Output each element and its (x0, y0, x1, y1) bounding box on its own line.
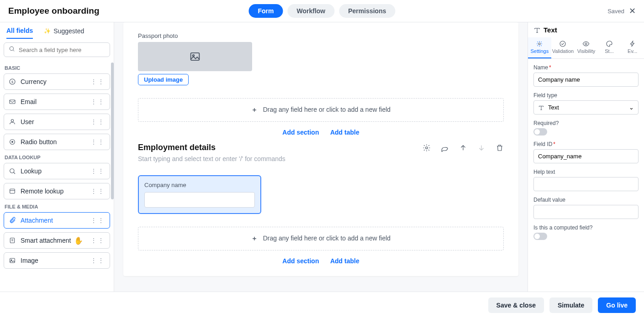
svg-line-9 (14, 172, 15, 174)
plus-icon: ＋ (251, 106, 258, 113)
image-icon (189, 50, 201, 63)
field-email[interactable]: Email ⋮⋮ (4, 94, 110, 110)
add-section-link[interactable]: Add section (282, 129, 319, 136)
gear-icon (536, 40, 543, 47)
drag-handle-icon[interactable]: ⋮⋮ (90, 100, 105, 104)
page-title: Employee onboarding (8, 6, 100, 16)
fieldtype-select[interactable]: Text ⌄ (533, 100, 639, 115)
field-attachment[interactable]: Attachment ⋮⋮ (4, 212, 110, 229)
top-bar: Employee onboarding Form Workflow Permis… (0, 0, 644, 22)
default-label: Default value (533, 197, 639, 203)
search-field[interactable] (19, 47, 105, 53)
helptext-input[interactable] (533, 177, 639, 191)
section-title[interactable]: Employment details (138, 143, 216, 152)
group-basic: BASIC (0, 61, 114, 73)
drag-handle-icon[interactable]: ⋮⋮ (90, 189, 105, 193)
arrow-down-icon[interactable] (477, 144, 486, 152)
add-table-link[interactable]: Add table (330, 129, 359, 136)
comment-icon[interactable] (441, 144, 449, 152)
gear-icon[interactable] (422, 144, 431, 152)
tab-events[interactable]: Ev... (621, 37, 644, 58)
bottom-bar: Save & close Simulate Go live (0, 292, 644, 318)
drag-handle-icon[interactable]: ⋮⋮ (90, 219, 105, 222)
tab-visibility[interactable]: Visibility (575, 37, 598, 58)
simulate-button[interactable]: Simulate (549, 297, 592, 313)
chevron-down-icon: ⌄ (629, 104, 634, 111)
left-sidebar: All fields ✨ Suggested BASIC $ Currency … (0, 22, 114, 292)
svg-rect-4 (10, 100, 15, 104)
properties-panel: Text Settings Validation Visibility St..… (528, 22, 644, 292)
tab-permissions[interactable]: Permissions (339, 4, 395, 18)
svg-point-7 (11, 141, 13, 143)
required-label: Required? (533, 120, 639, 126)
field-currency[interactable]: $ Currency ⋮⋮ (4, 73, 110, 90)
drag-handle-icon[interactable]: ⋮⋮ (90, 169, 105, 173)
user-icon (9, 118, 16, 125)
svg-rect-12 (10, 238, 14, 243)
selected-field-label: Company name (144, 182, 255, 188)
palette-icon (606, 40, 613, 47)
svg-point-19 (426, 146, 428, 149)
canvas: Passport photo Upload image ＋ Drag any f… (114, 22, 528, 292)
tab-validation[interactable]: Validation (551, 37, 575, 58)
field-image[interactable]: Image ⋮⋮ (4, 252, 110, 269)
svg-point-22 (585, 43, 587, 45)
upload-button[interactable]: Upload image (138, 74, 189, 85)
tab-suggested[interactable]: ✨ Suggested (44, 27, 84, 39)
tab-settings[interactable]: Settings (528, 37, 551, 58)
drag-handle-icon[interactable]: ⋮⋮ (90, 120, 105, 124)
currency-icon: $ (9, 78, 16, 85)
sparkle-icon: ✨ (44, 28, 51, 34)
email-icon (9, 98, 16, 105)
add-table-link[interactable]: Add table (330, 257, 359, 265)
fieldid-input[interactable] (533, 149, 639, 163)
drag-handle-icon[interactable]: ⋮⋮ (90, 239, 105, 242)
search-icon (9, 46, 15, 54)
save-close-button[interactable]: Save & close (488, 297, 544, 313)
selected-field-company-name[interactable]: Company name (138, 175, 261, 214)
name-input[interactable] (533, 73, 639, 87)
arrow-up-icon[interactable] (459, 144, 467, 152)
group-file-media: FILE & MEDIA (0, 199, 114, 212)
section-description[interactable]: Start typing and select text or enter '/… (138, 155, 504, 162)
add-section-link[interactable]: Add section (282, 257, 319, 265)
dropzone[interactable]: ＋ Drag any field here or click to add a … (138, 227, 504, 250)
tab-all-fields[interactable]: All fields (6, 27, 33, 39)
group-data-lookup: DATA LOOKUP (0, 150, 114, 163)
fieldtype-label: Field type (533, 92, 639, 99)
plus-icon: ＋ (251, 235, 258, 242)
image-placeholder[interactable] (138, 42, 252, 71)
drag-handle-icon[interactable]: ⋮⋮ (90, 259, 105, 262)
tab-form[interactable]: Form (248, 4, 283, 18)
drag-handle-icon[interactable]: ⋮⋮ (90, 80, 105, 83)
svg-point-20 (538, 43, 540, 45)
svg-rect-15 (10, 258, 15, 262)
saved-status: Saved (607, 8, 624, 15)
field-user[interactable]: User ⋮⋮ (4, 114, 110, 130)
field-remote-lookup[interactable]: Remote lookup ⋮⋮ (4, 183, 110, 199)
close-icon[interactable]: ✕ (629, 7, 636, 15)
remote-lookup-icon (9, 188, 16, 195)
drag-handle-icon[interactable]: ⋮⋮ (90, 140, 105, 144)
selected-field-input[interactable] (144, 192, 255, 208)
search-input[interactable] (4, 42, 110, 57)
field-lookup[interactable]: Lookup ⋮⋮ (4, 163, 110, 179)
tab-workflow[interactable]: Workflow (287, 4, 334, 18)
tab-style[interactable]: St... (598, 37, 621, 58)
trash-icon[interactable] (496, 144, 504, 152)
field-radio[interactable]: Radio button ⋮⋮ (4, 134, 110, 150)
svg-text:$: $ (11, 80, 13, 84)
scrollbar[interactable] (111, 63, 114, 199)
default-input[interactable] (533, 205, 639, 219)
required-toggle[interactable] (533, 128, 547, 136)
computed-toggle[interactable] (533, 233, 547, 240)
eye-icon (582, 40, 590, 47)
svg-point-0 (10, 47, 13, 50)
dropzone[interactable]: ＋ Drag any field here or click to add a … (138, 98, 504, 122)
go-live-button[interactable]: Go live (598, 297, 636, 313)
bolt-icon (629, 40, 636, 47)
helptext-label: Help text (533, 169, 639, 175)
image-icon (9, 257, 16, 264)
field-smart-attachment[interactable]: Smart attachment ⋮⋮ (4, 232, 110, 249)
svg-line-1 (13, 50, 15, 52)
